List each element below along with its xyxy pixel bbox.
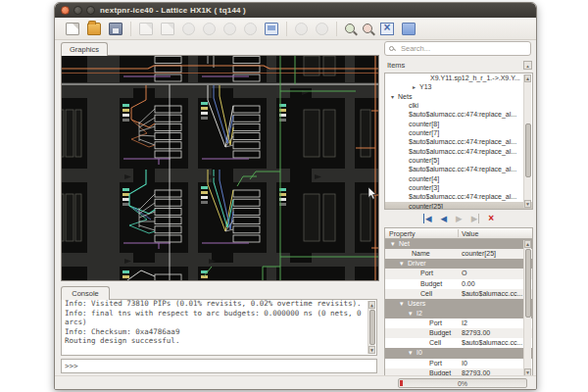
property-group-row[interactable]: ▾ Users <box>385 299 532 309</box>
tree-item-label: $auto$alumacc.cc:474:replace_al... <box>409 166 516 172</box>
assign-budget-button[interactable] <box>203 23 216 35</box>
property-group-row[interactable]: ▾ I2 <box>385 309 532 318</box>
zoom-outbound-button[interactable] <box>402 23 416 35</box>
chevron-down-icon[interactable]: ▾ <box>409 348 413 358</box>
history-first-button[interactable]: ◀ <box>423 214 432 223</box>
search-icon <box>389 46 394 51</box>
new-file-button[interactable] <box>66 23 79 35</box>
save-json-button[interactable] <box>161 23 174 35</box>
history-last-button[interactable]: ▶ <box>471 214 480 223</box>
status-bar: 0% <box>55 375 536 389</box>
window-close-button[interactable] <box>61 6 70 15</box>
route-design-button[interactable] <box>244 23 257 35</box>
scroll-down-icon[interactable]: ▼ <box>368 346 375 354</box>
console-scrollbar[interactable]: ▲ ▼ <box>368 301 375 354</box>
progress-bar: 0% <box>398 378 527 388</box>
window-title: nextpnr-ice40 - Lattice HX1K ( tq144 ) <box>100 3 246 18</box>
property-row[interactable]: PortO <box>385 269 532 278</box>
property-group-label: I2 <box>416 309 422 318</box>
property-row[interactable]: Namecounter[25] <box>385 249 532 259</box>
zoom-out-button[interactable] <box>363 24 372 33</box>
zoom-in-button[interactable] <box>345 24 355 33</box>
scroll-up-icon[interactable]: ▲ <box>524 240 531 248</box>
property-group-row[interactable]: ▾ I0 <box>385 348 532 358</box>
zoom-selection-button[interactable] <box>380 23 394 35</box>
items-panel-title: Items <box>387 61 405 70</box>
console-line: Info: final tns with respect to arc budg… <box>65 309 365 327</box>
tree-item-row[interactable]: counter[5] <box>385 156 532 165</box>
scroll-up-icon[interactable]: ▲ <box>524 74 531 82</box>
tree-item-label: $auto$alumacc.cc:474:replace_al... <box>409 138 516 145</box>
chevron-down-icon[interactable]: ▾ <box>400 299 404 309</box>
chevron-down-icon[interactable]: ▾ <box>400 259 404 269</box>
tree-item-row[interactable]: clki <box>385 101 532 110</box>
property-name: Port <box>420 269 433 278</box>
console-input[interactable] <box>61 359 377 373</box>
screenshot-button[interactable] <box>265 23 278 35</box>
open-json-button[interactable] <box>139 23 153 35</box>
window-minimize-button[interactable] <box>74 6 82 15</box>
toolbar <box>55 18 536 40</box>
property-row[interactable]: Budget82793.00 <box>385 328 532 338</box>
search-input[interactable] <box>399 42 526 55</box>
chevron-down-icon[interactable]: ▾ <box>409 309 413 318</box>
progress-label: 0% <box>399 379 526 388</box>
property-value: 0.00 <box>462 279 475 289</box>
property-row[interactable]: Budget0.00 <box>385 279 532 289</box>
titlebar[interactable]: nextpnr-ice40 - Lattice HX1K ( tq144 ) <box>55 3 536 18</box>
save-file-button[interactable] <box>109 23 122 35</box>
tree-item-row[interactable]: $auto$alumacc.cc:474:replace_al... <box>385 165 532 173</box>
scroll-down-icon[interactable]: ▼ <box>524 200 531 208</box>
property-value: counter[25] <box>462 249 496 259</box>
property-group-label: Net <box>399 239 410 249</box>
tab-graphics[interactable]: Graphics <box>61 42 108 56</box>
property-value: I0 <box>462 359 467 368</box>
open-file-button[interactable] <box>87 23 101 35</box>
tree-item-row[interactable]: $auto$alumacc.cc:474:replace_al... <box>385 137 532 146</box>
property-row[interactable]: Cell$auto$alumacc.cc... <box>385 289 532 299</box>
tree-item-row[interactable]: $auto$alumacc.cc:474:replace_al... <box>385 110 532 119</box>
items-collapse-button[interactable]: ▴ <box>523 61 532 70</box>
tree-item-label: counter[7] <box>409 129 439 136</box>
tree-item-row[interactable]: X9.Y11.sp12_h_r_1.->.X9.Y... <box>385 74 532 82</box>
pack-design-button[interactable] <box>182 23 195 35</box>
tree-item-row[interactable]: counter[3] <box>385 183 532 192</box>
console-line: Info: Checksum: 0xa4786aa9 <box>65 327 365 337</box>
cycle-next-button[interactable] <box>316 23 328 35</box>
property-group-row[interactable]: ▾ Driver <box>385 259 532 269</box>
fpga-canvas[interactable] <box>61 55 379 281</box>
cycle-prev-button[interactable] <box>295 23 308 35</box>
tree-item-row[interactable]: counter[8] <box>385 120 532 128</box>
history-back-button[interactable]: ◀ <box>441 214 448 223</box>
property-row[interactable]: PortI2 <box>385 318 532 328</box>
property-group-row[interactable]: ▾ Net <box>385 239 532 249</box>
items-scrollbar[interactable]: ▲ ▼ <box>523 74 531 208</box>
tree-item-label: $auto$alumacc.cc:474:replace_al... <box>409 148 516 155</box>
tree-item-row[interactable]: counter[25] <box>385 202 532 210</box>
property-table-header: Property Value <box>384 227 533 239</box>
chevron-down-icon[interactable]: ▾ <box>391 239 395 249</box>
tab-console[interactable]: Console <box>61 286 110 300</box>
property-name: Name <box>412 249 430 259</box>
place-design-button[interactable] <box>223 23 236 35</box>
window-maximize-button[interactable] <box>86 6 95 15</box>
tree-item-label: counter[25] <box>409 203 443 210</box>
property-group-label: Driver <box>408 259 426 269</box>
selection-history-toolbar: ◀◀▶▶× <box>384 212 533 225</box>
search-box <box>384 41 531 56</box>
property-row[interactable]: PortI0 <box>385 359 532 368</box>
property-value: 82793.00 <box>462 328 490 338</box>
property-group-label: Users <box>408 299 425 309</box>
tree-item-row[interactable]: $auto$alumacc.cc:474:replace_al... <box>385 147 532 156</box>
tree-item-row[interactable]: counter[4] <box>385 174 532 183</box>
property-row[interactable]: Cell$auto$alumacc.cc... <box>385 338 532 348</box>
clear-selection-button[interactable]: × <box>488 214 494 223</box>
history-forward-button[interactable]: ▶ <box>456 214 463 223</box>
property-name: Port <box>429 318 442 328</box>
tree-item-row[interactable]: counter[7] <box>385 128 532 137</box>
property-scrollbar[interactable]: ▲ ▼ <box>523 240 531 376</box>
scroll-up-icon[interactable]: ▲ <box>368 301 375 309</box>
tree-group-row[interactable]: ▾Nets <box>385 92 532 101</box>
tree-group-row[interactable]: ▸Y13 <box>385 82 532 91</box>
tree-item-row[interactable]: $auto$alumacc.cc:474:replace_al... <box>385 192 532 201</box>
